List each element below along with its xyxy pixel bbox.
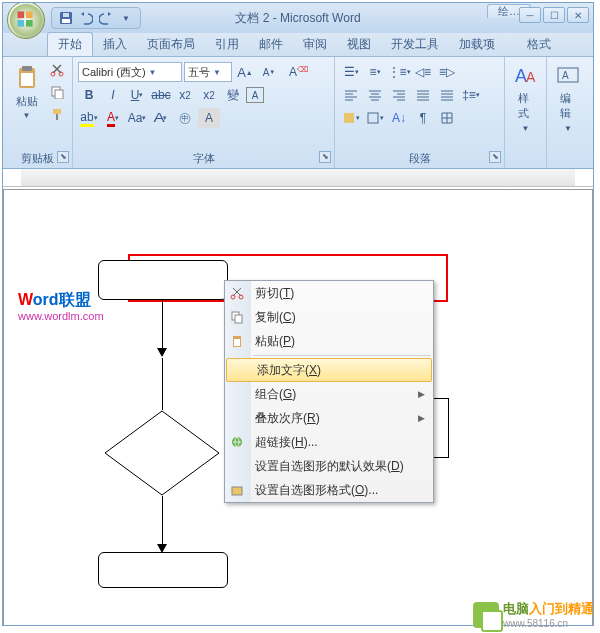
grow-font-icon[interactable]: A▲	[234, 62, 256, 82]
italic-button[interactable]: I	[102, 85, 124, 105]
ruler[interactable]	[3, 169, 593, 187]
document-area[interactable]: Word联盟 www.wordlm.com 剪切(T) 复制(C) 粘贴(P) …	[3, 189, 593, 625]
menu-set-default-shape[interactable]: 设置自选图形的默认效果(D)	[225, 454, 433, 478]
paste-button[interactable]: 粘贴 ▼	[8, 60, 45, 124]
tab-view[interactable]: 视图	[337, 33, 381, 56]
sort-icon[interactable]: A↓	[388, 108, 410, 128]
subscript-button[interactable]: x2	[174, 85, 196, 105]
cut-icon[interactable]	[47, 60, 67, 80]
paragraph-launcher-icon[interactable]: ⬊	[489, 151, 501, 163]
paragraph-group-label: 段落	[409, 152, 431, 164]
font-color-icon[interactable]: A▾	[102, 108, 124, 128]
clipboard-group-label: 剪贴板	[21, 152, 54, 164]
superscript-button[interactable]: x2	[198, 85, 220, 105]
qat-dropdown-icon[interactable]: ▼	[118, 10, 134, 26]
font-family-combo[interactable]: Calibri (西文)▼	[78, 62, 182, 82]
menu-format-shape[interactable]: 设置自选图形格式(O)...	[225, 478, 433, 502]
quick-access-toolbar: ▼	[51, 7, 141, 29]
align-center-icon[interactable]	[364, 85, 386, 105]
editing-button[interactable]: А 编辑 ▼	[552, 60, 584, 137]
tab-addins[interactable]: 加载项	[449, 33, 505, 56]
bullets-icon[interactable]: ☰▾	[340, 62, 362, 82]
borders-icon[interactable]: ▾	[364, 108, 386, 128]
copy-icon[interactable]	[47, 82, 67, 102]
group-editing: А 编辑 ▼	[547, 57, 589, 168]
highlight-color-icon[interactable]: ab▾	[78, 108, 100, 128]
maximize-button[interactable]: ☐	[543, 7, 565, 23]
submenu-arrow-icon: ▶	[418, 413, 425, 423]
minimize-button[interactable]: ─	[519, 7, 541, 23]
line-spacing-icon[interactable]: ‡≡▾	[460, 85, 482, 105]
menu-paste[interactable]: 粘贴(P)	[225, 329, 433, 353]
svg-rect-17	[344, 113, 354, 123]
distributed-icon[interactable]	[436, 85, 458, 105]
character-shading-icon[interactable]: A	[198, 108, 220, 128]
redo-icon[interactable]	[98, 10, 114, 26]
tab-mailings[interactable]: 邮件	[249, 33, 293, 56]
clipboard-launcher-icon[interactable]: ⬊	[57, 151, 69, 163]
menu-copy[interactable]: 复制(C)	[225, 305, 433, 329]
menu-order[interactable]: 叠放次序(R)▶	[225, 406, 433, 430]
show-marks-icon[interactable]: ¶	[412, 108, 434, 128]
format-painter-icon[interactable]	[47, 104, 67, 124]
menu-cut[interactable]: 剪切(T)	[225, 281, 433, 305]
character-scaling-icon[interactable]: A▾	[150, 108, 172, 128]
font-launcher-icon[interactable]: ⬊	[319, 151, 331, 163]
flowchart-decision-shape[interactable]	[104, 410, 220, 496]
numbering-icon[interactable]: ≡▾	[364, 62, 386, 82]
snap-to-grid-icon[interactable]	[436, 108, 458, 128]
menu-add-text[interactable]: 添加文字(X)	[226, 358, 432, 382]
phonetic-guide-icon[interactable]: 變	[222, 85, 244, 105]
change-case-icon[interactable]: Aa▾	[126, 108, 148, 128]
align-right-icon[interactable]	[388, 85, 410, 105]
flowchart-connector[interactable]	[162, 358, 163, 410]
flowchart-connector[interactable]	[162, 496, 163, 546]
enclose-characters-icon[interactable]: ㊥	[174, 108, 196, 128]
increase-indent-icon[interactable]: ≡▷	[436, 62, 458, 82]
tab-references[interactable]: 引用	[205, 33, 249, 56]
group-paragraph: ☰▾ ≡▾ ⋮≡▾ ◁≡ ≡▷ ‡≡▾ ▾ ▾ A↓	[335, 57, 505, 168]
tab-format[interactable]: 格式	[517, 33, 561, 56]
font-group-label: 字体	[193, 152, 215, 164]
svg-rect-10	[21, 73, 33, 86]
tab-developer[interactable]: 开发工具	[381, 33, 449, 56]
svg-rect-16	[56, 114, 58, 120]
format-shape-icon	[229, 482, 245, 498]
copy-icon	[229, 309, 245, 325]
svg-rect-15	[53, 109, 61, 114]
decrease-indent-icon[interactable]: ◁≡	[412, 62, 434, 82]
context-menu: 剪切(T) 复制(C) 粘贴(P) 添加文字(X) 组合(G)▶ 叠放次序(R)…	[224, 280, 434, 503]
group-clipboard: 粘贴 ▼ 剪贴板⬊	[3, 57, 73, 168]
svg-rect-2	[26, 11, 33, 18]
character-border-icon[interactable]: A	[246, 87, 264, 103]
menu-hyperlink[interactable]: 超链接(H)...	[225, 430, 433, 454]
undo-icon[interactable]	[78, 10, 94, 26]
bold-button[interactable]: B	[78, 85, 100, 105]
ribbon-tabs: 开始 插入 页面布局 引用 邮件 审阅 视图 开发工具 加载项 格式	[3, 33, 593, 57]
save-icon[interactable]	[58, 10, 74, 26]
font-size-combo[interactable]: 五号▼	[184, 62, 232, 82]
tab-home[interactable]: 开始	[47, 32, 93, 56]
watermark-url: www.wordlm.com	[18, 310, 104, 322]
shading-icon[interactable]: ▾	[340, 108, 362, 128]
tab-review[interactable]: 审阅	[293, 33, 337, 56]
footer-logo-icon	[473, 602, 499, 628]
flowchart-process-shape[interactable]	[98, 260, 228, 300]
close-button[interactable]: ✕	[567, 7, 589, 23]
strikethrough-button[interactable]: abc	[150, 85, 172, 105]
align-left-icon[interactable]	[340, 85, 362, 105]
office-button[interactable]	[7, 2, 45, 39]
flowchart-connector[interactable]	[162, 300, 163, 350]
styles-button[interactable]: AA 样式 ▼	[510, 60, 541, 137]
tab-page-layout[interactable]: 页面布局	[137, 33, 205, 56]
tab-insert[interactable]: 插入	[93, 33, 137, 56]
svg-rect-6	[62, 19, 70, 23]
justify-icon[interactable]	[412, 85, 434, 105]
menu-group[interactable]: 组合(G)▶	[225, 382, 433, 406]
underline-button[interactable]: U▾	[126, 85, 148, 105]
shrink-font-icon[interactable]: A▼	[258, 62, 280, 82]
clear-formatting-icon[interactable]: A⌫	[282, 62, 304, 82]
multilevel-list-icon[interactable]: ⋮≡▾	[388, 62, 410, 82]
flowchart-process-shape[interactable]	[98, 552, 228, 588]
svg-rect-4	[26, 20, 33, 27]
